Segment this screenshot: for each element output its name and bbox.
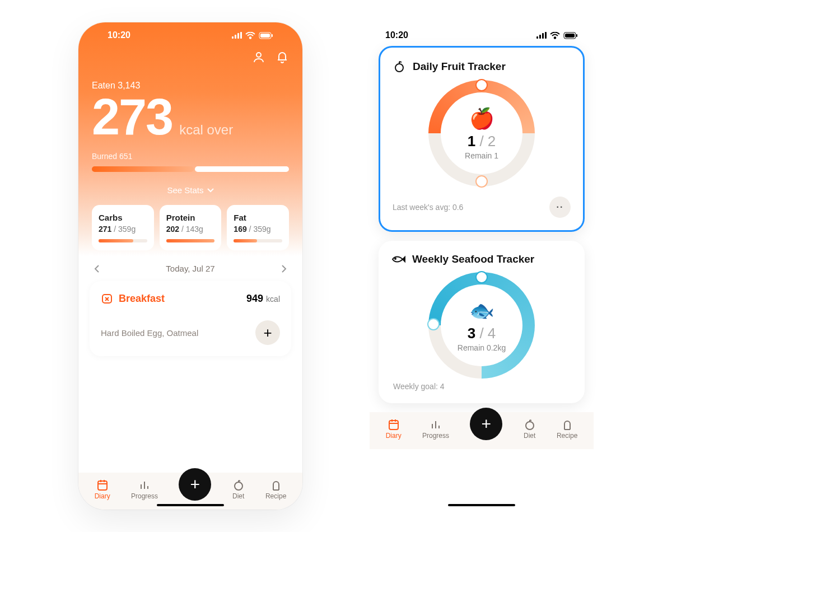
see-stats-label: See Stats [167,185,203,195]
tracker-title: Weekly Seafood Tracker [412,253,534,265]
tab-label: Progress [131,492,158,500]
macro-card-protein[interactable]: Protein 202 / 143g [160,205,222,250]
tab-label: Progress [422,432,449,440]
calorie-unit: kcal over [179,122,233,138]
tab-diet[interactable]: Diet [524,418,536,440]
tab-progress[interactable]: Progress [422,418,449,440]
tab-recipe[interactable]: Recipe [265,479,286,500]
tab-diary[interactable]: Diary [386,418,402,440]
svg-point-11 [235,482,242,490]
progress-consumed [92,166,194,172]
seafood-tracker-card[interactable]: Weekly Seafood Tracker 🐟 3 / 4 Remain 0.… [379,241,585,403]
tab-label: Diet [232,492,244,500]
svg-rect-3 [240,32,242,39]
status-bar: 10:20 [370,22,594,44]
svg-point-21 [395,258,396,259]
svg-rect-18 [565,34,575,38]
svg-rect-10 [98,481,107,490]
progress-remaining [195,166,289,172]
macro-card-fat[interactable]: Fat 169 / 359g [227,205,289,250]
tab-diary[interactable]: Diary [95,479,110,500]
tab-diet[interactable]: Diet [232,479,245,500]
home-indicator [157,504,224,506]
diet-icon [524,418,536,431]
meal-items: Hard Boiled Egg, Oatmeal [101,328,198,338]
svg-rect-1 [235,35,236,39]
macro-total: 143g [186,225,203,234]
macro-current: 169 [234,225,246,234]
svg-point-20 [395,64,403,72]
seafood-goal-peek: Weekly goal: 4 [391,379,572,391]
ring-handle-end[interactable] [427,318,440,330]
burned-label: Burned 651 [92,152,289,161]
macro-card-carbs[interactable]: Carbs 271 / 359g [92,205,154,250]
see-stats-button[interactable]: See Stats [92,185,289,195]
tracker-title: Daily Fruit Tracker [413,60,506,73]
fruit-count: 1 / 2 [468,133,496,150]
fruit-avg: Last week's avg: 0.6 [393,203,463,212]
fab-add[interactable]: + [470,408,502,440]
macro-fill [99,239,133,242]
status-icons [536,32,578,39]
tab-recipe[interactable]: Recipe [557,418,577,440]
bell-icon[interactable] [276,50,289,64]
macro-name: Protein [166,213,215,222]
tab-label: Diary [95,492,110,500]
date-row: Today, Jul 27 [78,256,302,279]
ring-handle-start[interactable] [475,271,488,283]
macro-current: 202 [166,225,179,234]
tab-label: Recipe [557,432,577,440]
svg-point-23 [526,422,534,430]
profile-icon[interactable] [252,50,265,64]
diet-icon [232,479,245,491]
meal-name: Breakfast [119,293,165,305]
svg-rect-19 [576,34,577,37]
tab-bar: Diary Progress + Diet Recipe [370,412,594,449]
date-label[interactable]: Today, Jul 27 [166,264,214,273]
chevron-left-icon[interactable] [94,265,100,273]
svg-rect-7 [272,34,273,37]
apple-icon: 🍎 [469,107,494,130]
svg-rect-14 [542,33,544,39]
fruit-progress-ring[interactable]: 🍎 1 / 2 Remain 1 [428,80,535,186]
more-button[interactable]: ·· [549,197,571,218]
ring-handle-end[interactable] [475,175,488,188]
hero-section: 10:20 Eaten 3,143 273 kcal over Burned 6… [78,22,302,256]
fruit-tracker-card[interactable]: Daily Fruit Tracker 🍎 1 / 2 Remain 1 Las… [379,46,585,232]
meal-card-breakfast[interactable]: Breakfast 949 kcal Hard Boiled Egg, Oatm… [90,281,291,356]
svg-rect-2 [237,33,239,39]
progress-icon [430,418,442,431]
svg-rect-22 [389,421,398,430]
ring-handle-start[interactable] [475,79,488,91]
svg-rect-6 [260,34,270,38]
svg-rect-15 [545,32,547,39]
tab-label: Recipe [265,492,286,500]
tab-progress[interactable]: Progress [131,479,158,500]
status-bar: 10:20 [92,22,289,44]
calorie-delta: 273 kcal over [92,88,289,146]
calorie-value: 273 [92,88,172,146]
wifi-icon [550,32,560,39]
macro-fill [166,239,215,242]
fish-icon [391,254,405,265]
chevron-right-icon[interactable] [281,265,287,273]
macro-current: 271 [99,225,111,234]
macro-fill [234,239,257,242]
svg-point-8 [256,53,261,57]
svg-rect-0 [232,36,234,39]
tuna-icon: 🐟 [469,299,494,323]
hero-actions [92,44,289,64]
fruit-remain: Remain 1 [465,151,498,160]
recipe-icon [270,479,282,491]
macro-total: 359g [118,225,136,234]
add-food-button[interactable]: + [255,320,280,345]
fab-add[interactable]: + [179,468,211,501]
battery-icon [259,32,273,39]
phone-trackers: 10:20 Daily Fruit Tracker 🍎 1 / 2 Remain… [370,22,594,510]
macro-name: Carbs [99,213,147,222]
svg-point-4 [250,37,251,39]
recipe-icon [561,418,573,431]
macro-total: 359g [253,225,270,234]
svg-rect-13 [539,35,541,39]
seafood-progress-ring[interactable]: 🐟 3 / 4 Remain 0.2kg [428,272,535,379]
